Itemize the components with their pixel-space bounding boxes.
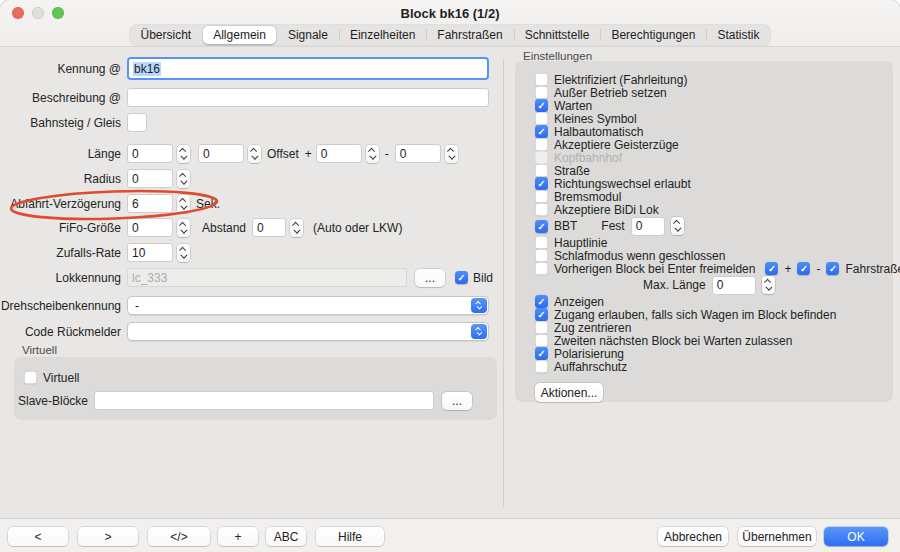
max-laenge-label: Max. Länge [643, 278, 706, 292]
checkbox-row-halbautomatisch[interactable]: Halbautomatisch [535, 125, 893, 138]
checkbox-row-geisterzuege[interactable]: Akzeptiere Geisterzüge [535, 138, 893, 151]
checkbox-row-warten[interactable]: Warten [535, 99, 893, 112]
checkbox[interactable] [535, 86, 548, 99]
checkbox-row-zug-zentrieren[interactable]: Zug zentrieren [535, 321, 893, 334]
add-button[interactable]: + [218, 527, 258, 546]
checkbox-row-hauptlinie[interactable]: Hauptlinie [535, 236, 893, 249]
lokkennung-browse-button[interactable]: ... [415, 269, 445, 287]
checkbox[interactable] [535, 347, 548, 360]
checkbox[interactable] [535, 295, 548, 308]
checkbox-row-bidi-lok[interactable]: Akzeptiere BiDi Lok [535, 203, 893, 216]
tab-schnittstelle[interactable]: Schnittstelle [514, 25, 601, 45]
checkbox[interactable] [535, 360, 548, 373]
tab-berechtigungen[interactable]: Berechtigungen [600, 25, 706, 45]
laenge-input-2[interactable]: 0 [198, 144, 244, 163]
offset-minus-stepper[interactable] [445, 145, 458, 163]
checkbox-row-strasse[interactable]: Straße [535, 164, 893, 177]
checkbox[interactable] [535, 334, 548, 347]
code-rueckmelder-select[interactable] [127, 322, 489, 341]
uebernehmen-button[interactable]: Übernehmen [738, 527, 816, 546]
fifo-stepper[interactable] [177, 219, 190, 237]
checkbox-row-anzeigen[interactable]: Anzeigen [535, 295, 893, 308]
checkbox[interactable] [535, 138, 548, 151]
tab-uebersicht[interactable]: Übersicht [130, 25, 203, 45]
einstellungen-pane: Einstellungen Elektrifiziert (Fahrleitun… [513, 47, 900, 518]
radius-input[interactable]: 0 [127, 169, 173, 188]
checkbox-row-zugang-erlauben[interactable]: Zugang erlauben, falls sich Wagen im Blo… [535, 308, 893, 321]
freimelden-plus-checkbox[interactable] [765, 262, 778, 275]
bbt-fest-stepper[interactable] [671, 217, 684, 235]
checkbox-row-kleines-symbol[interactable]: Kleines Symbol [535, 112, 893, 125]
abstand-input[interactable]: 0 [252, 218, 286, 237]
offset-label: Offset [267, 147, 299, 161]
checkbox[interactable] [535, 73, 548, 86]
freimelden-minus-checkbox[interactable] [797, 262, 810, 275]
checkbox[interactable] [535, 203, 548, 216]
checkbox-row-elektrifiziert[interactable]: Elektrifiziert (Fahrleitung) [535, 73, 893, 86]
tab-statistik[interactable]: Statistik [706, 25, 770, 45]
fifo-row: FiFo-Größe 0 Abstand 0 (Auto oder LKW) [0, 218, 402, 237]
laenge-input-1[interactable]: 0 [127, 144, 173, 163]
hilfe-button[interactable]: Hilfe [316, 527, 384, 546]
tab-einzelheiten[interactable]: Einzelheiten [339, 25, 426, 45]
checkbox-label: Bremsmodul [554, 190, 621, 204]
zufalls-rate-stepper[interactable] [177, 244, 190, 262]
bild-checkbox[interactable] [455, 271, 468, 284]
max-laenge-stepper[interactable] [762, 276, 775, 294]
ok-button[interactable]: OK [824, 527, 888, 546]
checkbox-row-auffahrschutz[interactable]: Auffahrschutz [535, 360, 893, 373]
fifo-input[interactable]: 0 [127, 218, 173, 237]
checkbox[interactable] [535, 177, 548, 190]
abstand-stepper[interactable] [290, 219, 303, 237]
abfahrt-verzoegerung-input[interactable]: 6 [127, 194, 173, 213]
checkbox[interactable] [535, 236, 548, 249]
drehscheibenkennung-select[interactable]: - [127, 296, 489, 315]
tab-signale[interactable]: Signale [277, 25, 339, 45]
vorherigen-block-checkbox[interactable] [535, 262, 548, 275]
laenge-stepper-2[interactable] [248, 145, 261, 163]
virtuell-checkbox[interactable] [24, 371, 37, 384]
bbt-fest-input[interactable]: 0 [631, 217, 665, 236]
checkbox-row-zweiten-block[interactable]: Zweiten nächsten Block bei Warten zulass… [535, 334, 893, 347]
xml-button[interactable]: </> [148, 527, 210, 546]
checkbox-row-polarisierung[interactable]: Polarisierung [535, 347, 893, 360]
checkbox[interactable] [535, 164, 548, 177]
offset-plus-input[interactable]: 0 [316, 144, 362, 163]
checkbox[interactable] [535, 308, 548, 321]
checkbox-row-ausser-betrieb[interactable]: Außer Betrieb setzen [535, 86, 893, 99]
nav-back-button[interactable]: < [8, 527, 68, 546]
virtuell-checkbox-row: Virtuell [24, 368, 79, 387]
max-laenge-input[interactable]: 0 [712, 276, 756, 295]
checkbox[interactable] [535, 190, 548, 203]
zufalls-rate-input[interactable]: 10 [127, 243, 173, 262]
fahrstrasse-checkbox[interactable] [826, 262, 839, 275]
slave-bloecke-browse-button[interactable]: ... [442, 392, 472, 410]
checkbox[interactable] [535, 321, 548, 334]
tab-allgemein[interactable]: Allgemein [203, 26, 276, 44]
left-form-pane: Kennung @ bk16 Beschreibung @ Bahnsteig … [0, 47, 503, 518]
tab-fahrstrassen[interactable]: Fahrstraßen [426, 25, 513, 45]
checkbox-row-schlafmodus[interactable]: Schlafmodus wenn geschlossen [535, 249, 893, 262]
kennung-input[interactable]: bk16 [127, 57, 489, 80]
checkbox[interactable] [535, 99, 548, 112]
abc-button[interactable]: ABC [266, 527, 306, 546]
aktionen-button[interactable]: Aktionen... [535, 383, 603, 402]
checkbox[interactable] [535, 249, 548, 262]
checkbox-row-bremsmodul[interactable]: Bremsmodul [535, 190, 893, 203]
laenge-stepper-1[interactable] [177, 145, 190, 163]
abfahrt-unit-label: Sek. [196, 197, 220, 211]
footer-bar: < > </> + ABC Hilfe Abbrechen Übernehmen… [0, 518, 900, 552]
slave-bloecke-input[interactable] [94, 391, 434, 410]
checkbox[interactable] [535, 112, 548, 125]
checkbox-row-richtungswechsel[interactable]: Richtungswechsel erlaubt [535, 177, 893, 190]
checkbox[interactable] [535, 125, 548, 138]
radius-stepper[interactable] [177, 170, 190, 188]
offset-plus-stepper[interactable] [366, 145, 379, 163]
bahnsteig-input[interactable] [127, 113, 147, 132]
bbt-checkbox[interactable] [535, 220, 548, 233]
abfahrt-verzoegerung-stepper[interactable] [177, 195, 190, 213]
abbrechen-button[interactable]: Abbrechen [658, 527, 728, 546]
offset-minus-input[interactable]: 0 [395, 144, 441, 163]
nav-forward-button[interactable]: > [78, 527, 138, 546]
beschreibung-input[interactable] [127, 88, 489, 107]
